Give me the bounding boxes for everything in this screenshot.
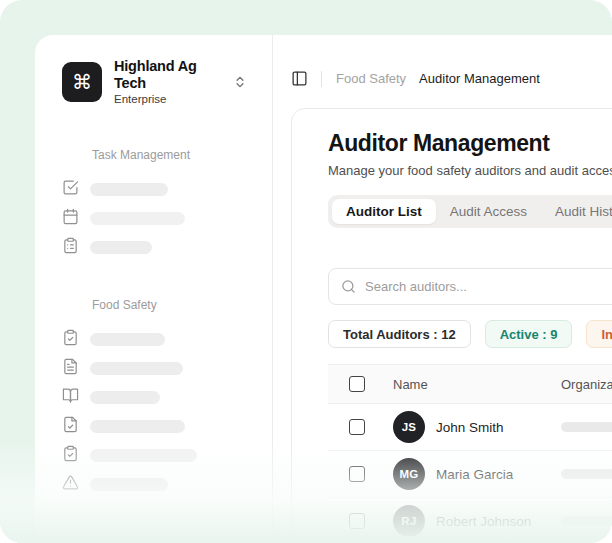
- tab-audit-access[interactable]: Audit Access: [436, 199, 541, 224]
- row-checkbox[interactable]: [349, 466, 365, 482]
- avatar: MG: [393, 458, 425, 490]
- sidebar-item-skeleton[interactable]: [62, 175, 258, 204]
- skeleton-bar: [561, 422, 612, 432]
- row-organization-cell: [561, 465, 612, 483]
- topbar: Food Safety Auditor Management: [273, 35, 612, 108]
- tab-audit-history[interactable]: Audit History: [541, 199, 612, 224]
- auditor-name: John Smith: [436, 420, 504, 435]
- book-open-icon: [62, 387, 79, 408]
- sidebar-item-skeleton[interactable]: [62, 441, 258, 470]
- row-name-cell: JS John Smith: [393, 411, 561, 443]
- skeleton-bar: [90, 212, 185, 225]
- sidebar: ⌘ Highland Ag Tech Enterprise Task Manag…: [35, 35, 273, 536]
- chevrons-up-down-icon[interactable]: [233, 75, 247, 89]
- table-row[interactable]: MG Maria Garcia: [328, 451, 612, 498]
- org-plan: Enterprise: [114, 93, 221, 106]
- calendar-icon: [62, 208, 79, 229]
- column-header-organization: Organization: [561, 377, 612, 392]
- skeleton-bar: [90, 333, 165, 346]
- topbar-divider: [321, 71, 322, 87]
- sidebar-section-crop-iq: Crop IQ: [92, 535, 258, 536]
- row-checkbox-cell: [349, 419, 393, 435]
- clipboard-list-icon: [62, 237, 79, 258]
- header-checkbox-cell: [349, 376, 393, 392]
- org-logo-icon: ⌘: [62, 62, 102, 102]
- sidebar-section-food-safety: Food Safety: [92, 298, 258, 312]
- search-input[interactable]: [365, 279, 605, 294]
- active-auditors-badge: Active : 9: [485, 320, 573, 348]
- sidebar-item-skeleton[interactable]: [62, 354, 258, 383]
- search-box[interactable]: [328, 268, 612, 305]
- skeleton-bar: [561, 516, 612, 526]
- sidebar-item-skeleton[interactable]: [62, 383, 258, 412]
- alert-triangle-icon: [62, 474, 79, 495]
- breadcrumb-parent[interactable]: Food Safety: [336, 71, 406, 86]
- breadcrumb-current: Auditor Management: [419, 71, 540, 86]
- tab-bar: Auditor List Audit Access Audit History: [328, 195, 612, 228]
- file-text-icon: [62, 358, 79, 379]
- clipboard-check-icon: [62, 445, 79, 466]
- file-check-icon: [62, 416, 79, 437]
- sidebar-item-skeleton[interactable]: [62, 204, 258, 233]
- skeleton-bar: [90, 449, 197, 462]
- auditor-name: Robert Johnson: [436, 514, 531, 529]
- content-card: Auditor Management Manage your food safe…: [291, 108, 612, 536]
- table-header-row: Name Organization: [328, 364, 612, 404]
- row-organization-cell: [561, 512, 612, 530]
- column-header-name: Name: [393, 377, 561, 392]
- org-text: Highland Ag Tech Enterprise: [114, 58, 221, 107]
- app-surface: ⌘ Highland Ag Tech Enterprise Task Manag…: [35, 35, 612, 536]
- main-area: Food Safety Auditor Management Auditor M…: [273, 35, 612, 536]
- skeleton-bar: [90, 362, 183, 375]
- auditors-table: Name Organization JS John Smith: [328, 364, 612, 536]
- page-title: Auditor Management: [328, 130, 612, 157]
- row-organization-cell: [561, 418, 612, 436]
- stats-row: Total Auditors : 12 Active : 9 Inactive …: [328, 320, 612, 348]
- row-checkbox-cell: [349, 466, 393, 482]
- clipboard-check-icon: [62, 329, 79, 350]
- select-all-checkbox[interactable]: [349, 376, 365, 392]
- page-subtitle: Manage your food safety auditors and aud…: [328, 163, 612, 178]
- app-frame: ⌘ Highland Ag Tech Enterprise Task Manag…: [0, 0, 612, 543]
- check-square-icon: [62, 179, 79, 200]
- skeleton-bar: [90, 391, 160, 404]
- skeleton-bar: [90, 183, 168, 196]
- avatar: RJ: [393, 505, 425, 536]
- sidebar-item-skeleton[interactable]: [62, 412, 258, 441]
- tab-auditor-list[interactable]: Auditor List: [332, 199, 436, 224]
- table-row[interactable]: RJ Robert Johnson: [328, 498, 612, 536]
- org-name: Highland Ag Tech: [114, 58, 221, 91]
- sidebar-item-skeleton[interactable]: [62, 325, 258, 354]
- total-auditors-badge: Total Auditors : 12: [328, 320, 471, 348]
- sidebar-item-skeleton[interactable]: [62, 470, 258, 499]
- skeleton-bar: [561, 469, 612, 479]
- row-name-cell: RJ Robert Johnson: [393, 505, 561, 536]
- row-checkbox[interactable]: [349, 513, 365, 529]
- org-switcher[interactable]: ⌘ Highland Ag Tech Enterprise: [62, 58, 247, 107]
- inactive-auditors-badge: Inactive : 3: [586, 320, 612, 348]
- auditor-name: Maria Garcia: [436, 467, 513, 482]
- skeleton-bar: [90, 420, 185, 433]
- row-name-cell: MG Maria Garcia: [393, 458, 561, 490]
- sidebar-toggle-icon[interactable]: [291, 70, 308, 87]
- avatar: JS: [393, 411, 425, 443]
- row-checkbox-cell: [349, 513, 393, 529]
- skeleton-bar: [90, 241, 152, 254]
- search-icon: [341, 279, 356, 294]
- skeleton-bar: [90, 478, 168, 491]
- table-row[interactable]: JS John Smith: [328, 404, 612, 451]
- row-checkbox[interactable]: [349, 419, 365, 435]
- sidebar-section-task-management: Task Management: [92, 148, 258, 162]
- sidebar-item-skeleton[interactable]: [62, 233, 258, 262]
